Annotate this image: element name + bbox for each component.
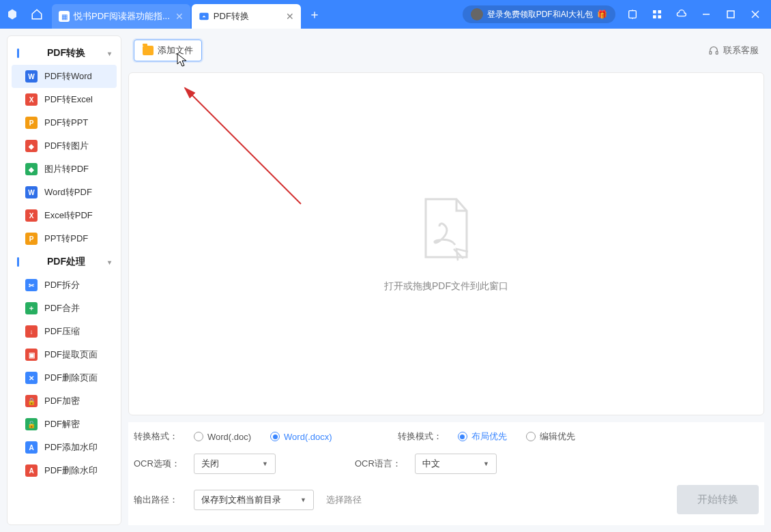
mode-radio-1[interactable]: 编辑优先 [526, 430, 575, 443]
sidebar: PDF转换▾WPDF转WordXPDF转ExcelPPDF转PPT◆PDF转图片… [7, 35, 121, 525]
sidebar-item-icon: X [25, 209, 38, 222]
choose-path-button[interactable]: 选择路径 [326, 494, 362, 506]
apps-icon[interactable] [650, 7, 665, 22]
sidebar-item-icon: ◆ [25, 140, 38, 152]
sidebar-item-0-1[interactable]: XPDF转Excel [12, 88, 117, 111]
sidebar-item-label: Excel转PDF [44, 209, 93, 222]
sidebar-item-label: PDF删除页面 [44, 372, 98, 384]
tab-0[interactable]: ▦悦书PDF阅读器功能指...✕ [52, 4, 190, 29]
sidebar-item-1-2[interactable]: ↓PDF压缩 [12, 320, 117, 343]
chevron-down-icon: ▼ [300, 497, 306, 503]
headset-icon [708, 45, 719, 56]
sidebar-item-1-1[interactable]: ＋PDF合并 [12, 297, 117, 320]
sidebar-item-icon: A [25, 464, 38, 477]
radio-label: 编辑优先 [540, 430, 575, 443]
add-file-button[interactable]: 添加文件 [134, 40, 202, 61]
sidebar-item-icon: A [25, 441, 38, 454]
new-tab-button[interactable]: ＋ [302, 2, 327, 27]
ocr-lang-select[interactable]: 中文 ▼ [415, 454, 497, 474]
content-toolbar: 添加文件 联系客服 [128, 35, 764, 65]
sidebar-item-icon: 🔓 [25, 418, 38, 430]
sidebar-item-0-2[interactable]: PPDF转PPT [12, 111, 117, 134]
tab-bar: ▦悦书PDF阅读器功能指...✕PDF转换✕ [52, 0, 302, 29]
sidebar-item-label: PDF转图片 [44, 140, 89, 152]
chevron-down-icon: ▼ [262, 460, 268, 467]
sidebar-item-label: 图片转PDF [44, 163, 89, 175]
mode-radio-group: 布局优先编辑优先 [458, 430, 575, 443]
sidebar-item-0-0[interactable]: WPDF转Word [12, 65, 117, 88]
minimize-button[interactable] [699, 7, 714, 22]
sidebar-item-1-0[interactable]: ✂PDF拆分 [12, 274, 117, 297]
tab-close-icon[interactable]: ✕ [280, 11, 294, 22]
promo-banner[interactable]: 登录免费领取PDF和AI大礼包 🎁 [463, 5, 615, 23]
sidebar-item-1-8[interactable]: APDF删除水印 [12, 459, 117, 482]
sidebar-item-label: PDF解密 [44, 418, 80, 430]
tab-label: 悦书PDF阅读器功能指... [74, 10, 170, 23]
start-convert-button[interactable]: 开始转换 [677, 485, 759, 514]
sidebar-group-title: PDF转换 [47, 47, 85, 59]
sidebar-item-0-6[interactable]: XExcel转PDF [12, 204, 117, 227]
home-button[interactable] [25, 4, 49, 25]
file-dropzone[interactable]: 打开或拖拽PDF文件到此窗口 [128, 72, 764, 415]
radio-label: Word(.doc) [207, 432, 251, 442]
sidebar-item-label: PDF压缩 [44, 325, 80, 338]
svg-rect-11 [716, 51, 718, 54]
svg-rect-1 [629, 11, 637, 18]
sidebar-item-0-4[interactable]: ◆图片转PDF [12, 158, 117, 181]
sidebar-item-1-4[interactable]: ✕PDF删除页面 [12, 366, 117, 389]
tab-close-icon[interactable]: ✕ [170, 11, 184, 22]
sidebar-item-0-3[interactable]: ◆PDF转图片 [12, 134, 117, 158]
sidebar-item-0-7[interactable]: PPPT转PDF [12, 227, 117, 250]
sidebar-item-icon: W [25, 186, 38, 198]
ocr-option-select[interactable]: 关闭 ▼ [194, 454, 276, 474]
mode-radio-0[interactable]: 布局优先 [458, 430, 507, 443]
format-radio-0[interactable]: Word(.doc) [194, 432, 251, 442]
sidebar-item-icon: W [25, 70, 38, 83]
sidebar-item-icon: X [25, 93, 38, 106]
svg-rect-10 [710, 51, 712, 54]
tab-1[interactable]: PDF转换✕ [192, 4, 301, 29]
format-radio-1[interactable]: Word(.docx) [270, 432, 332, 442]
sidebar-group-header-1[interactable]: PDF处理▾ [8, 250, 121, 274]
sidebar-item-icon: ＋ [25, 302, 38, 314]
sidebar-item-1-7[interactable]: APDF添加水印 [12, 436, 117, 459]
contact-support-button[interactable]: 联系客服 [708, 44, 759, 57]
ocr-lang-label: OCR语言： [355, 458, 403, 470]
radio-label: 布局优先 [471, 430, 507, 443]
sidebar-item-label: PDF加密 [44, 395, 80, 407]
annotation-arrow [178, 81, 315, 218]
sidebar-item-icon: 🔒 [25, 395, 38, 407]
sidebar-item-1-3[interactable]: ▣PDF提取页面 [12, 343, 117, 366]
sidebar-group-header-0[interactable]: PDF转换▾ [8, 42, 121, 65]
sidebar-item-label: PDF添加水印 [44, 441, 98, 454]
sidebar-item-label: PPT转PDF [44, 233, 88, 245]
output-path-select[interactable]: 保存到文档当前目录 ▼ [194, 490, 314, 510]
sidebar-item-1-5[interactable]: 🔒PDF加密 [12, 389, 117, 413]
cloud-icon[interactable] [674, 7, 689, 22]
svg-rect-7 [727, 11, 734, 18]
format-label: 转换格式： [134, 430, 181, 443]
sidebar-item-label: PDF删除水印 [44, 464, 98, 477]
dropzone-text: 打开或拖拽PDF文件到此窗口 [384, 280, 508, 293]
radio-icon [270, 432, 280, 441]
gift-icon: 🎁 [597, 10, 607, 19]
extension-icon[interactable] [625, 7, 640, 22]
sidebar-item-icon: P [25, 233, 38, 245]
sidebar-item-0-5[interactable]: WWord转PDF [12, 181, 117, 204]
sidebar-item-label: PDF转Word [44, 70, 92, 83]
sidebar-item-label: PDF合并 [44, 302, 80, 314]
app-logo-icon [0, 0, 25, 29]
sidebar-item-icon: ✂ [25, 279, 38, 291]
sidebar-item-1-6[interactable]: 🔓PDF解密 [12, 413, 117, 436]
tab-label: PDF转换 [214, 10, 249, 23]
avatar-icon [471, 8, 483, 20]
pdf-placeholder-icon [416, 196, 477, 264]
folder-icon [143, 46, 154, 55]
promo-text: 登录免费领取PDF和AI大礼包 [487, 9, 593, 20]
sidebar-item-label: PDF拆分 [44, 279, 80, 291]
add-file-label: 添加文件 [158, 44, 193, 57]
sidebar-item-label: PDF转PPT [44, 117, 88, 129]
maximize-button[interactable] [723, 7, 738, 22]
close-button[interactable] [748, 7, 763, 22]
mode-label: 转换模式： [398, 430, 446, 443]
